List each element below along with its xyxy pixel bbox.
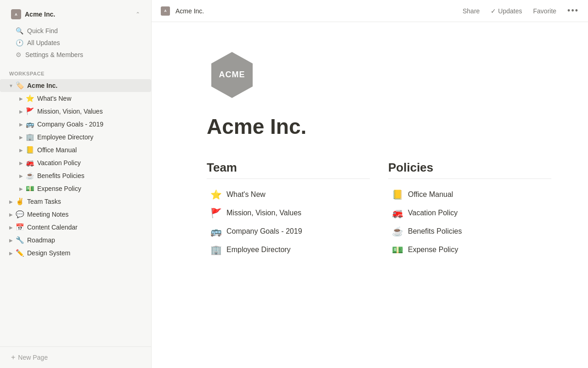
- tree-label-roadmap: Roadmap: [27, 236, 147, 244]
- vacation-policy-emoji: 🚒: [392, 207, 403, 218]
- policies-item-expense-policy[interactable]: 💵 Expense Policy: [388, 242, 551, 258]
- policies-item-office-manual[interactable]: 📒 Office Manual: [388, 186, 551, 203]
- arrow-content-calendar: ▶: [6, 223, 16, 232]
- topbar-actions: Share ✓ Updates Favorite •••: [459, 6, 579, 17]
- more-button[interactable]: •••: [567, 6, 579, 16]
- new-page-label: New Page: [18, 354, 48, 361]
- policies-section-title: Policies: [388, 161, 551, 179]
- tree-item-employee-directory[interactable]: ▶ 🏢 Employee Directory: [0, 131, 151, 144]
- vacation-policy-label: Vacation Policy: [408, 209, 458, 217]
- root-emoji: 🏷️: [16, 81, 24, 90]
- gear-icon: ⚙: [16, 51, 22, 58]
- quick-find-label: Quick Find: [27, 27, 58, 34]
- tree-item-acme-root[interactable]: ▼ 🏷️ Acme Inc.: [0, 79, 151, 92]
- content-grid: Team ⭐ What's New 🚩 Mission, Vision, Val…: [207, 161, 551, 258]
- team-item-mission[interactable]: 🚩 Mission, Vision, Values: [207, 205, 370, 221]
- policies-item-vacation-policy[interactable]: 🚒 Vacation Policy: [388, 205, 551, 221]
- arrow-office-manual: ▶: [17, 145, 26, 155]
- content-area: ACME Acme Inc. Team ⭐ What's New 🚩 Missi…: [152, 22, 588, 368]
- search-icon: 🔍: [16, 27, 23, 34]
- workspace-header[interactable]: A Acme Inc. ⌃: [6, 6, 145, 23]
- tree-label-office-manual: Office Manual: [37, 146, 147, 154]
- workspace-logo: A: [11, 9, 21, 19]
- tree-area: ▼ 🏷️ Acme Inc. ▶ ⭐ What's New ▶ 🚩 Missio…: [0, 78, 151, 346]
- arrow-roadmap: ▶: [6, 236, 16, 245]
- benefits-emoji: ☕: [392, 226, 403, 237]
- acme-logo-svg: ACME: [207, 50, 257, 100]
- tree-label-employee-directory: Employee Directory: [37, 133, 147, 141]
- team-section: Team ⭐ What's New 🚩 Mission, Vision, Val…: [207, 161, 370, 258]
- workspace-section-label: WORKSPACE: [0, 65, 151, 78]
- workspace-name: Acme Inc.: [25, 11, 136, 18]
- chevron-icon: ⌃: [136, 11, 140, 17]
- benefits-label: Benefits Policies: [408, 227, 462, 236]
- mission-label: Mission, Vision, Values: [226, 209, 301, 217]
- policies-item-benefits[interactable]: ☕ Benefits Policies: [388, 223, 551, 240]
- favorite-button[interactable]: Favorite: [530, 6, 560, 17]
- arrow-vacation-policy: ▶: [17, 158, 26, 167]
- sidebar-nav: 🔍 Quick Find 🕐 All Updates ⚙ Settings & …: [6, 23, 145, 63]
- tree-item-roadmap[interactable]: ▶ 🔧 Roadmap: [0, 234, 151, 247]
- clock-icon: 🕐: [16, 39, 23, 46]
- tree-item-expense-policy[interactable]: ▶ 💵 Expense Policy: [0, 182, 151, 195]
- tree-item-vacation-policy[interactable]: ▶ 🚒 Vacation Policy: [0, 156, 151, 169]
- expense-policy-emoji: 💵: [392, 244, 403, 255]
- team-section-title: Team: [207, 161, 370, 179]
- tree-children: ▶ ⭐ What's New ▶ 🚩 Mission, Vision, Valu…: [0, 92, 151, 195]
- tree-item-meeting-notes[interactable]: ▶ 💬 Meeting Notes: [0, 208, 151, 221]
- tree-label-meeting-notes: Meeting Notes: [27, 211, 147, 218]
- tree-label-content-calendar: Content Calendar: [27, 224, 147, 231]
- arrow-team-tasks: ▶: [6, 197, 16, 206]
- sidebar-top: A Acme Inc. ⌃ 🔍 Quick Find 🕐 All Updates…: [0, 0, 151, 65]
- tree-item-team-tasks[interactable]: ▶ ✌ Team Tasks: [0, 195, 151, 208]
- arrow-mission: ▶: [17, 107, 26, 116]
- updates-label: Updates: [498, 7, 522, 15]
- arrow-design-system: ▶: [6, 248, 16, 258]
- main-panel: A Acme Inc. Share ✓ Updates Favorite •••…: [152, 0, 588, 368]
- tree-label-team-tasks: Team Tasks: [27, 198, 147, 205]
- tree-label-benefits: Benefits Policies: [37, 172, 147, 179]
- whats-new-emoji: ⭐: [210, 189, 222, 200]
- tree-item-office-manual[interactable]: ▶ 📒 Office Manual: [0, 144, 151, 156]
- tree-item-content-calendar[interactable]: ▶ 📅 Content Calendar: [0, 221, 151, 234]
- arrow-whats-new: ▶: [17, 94, 26, 103]
- company-goals-label: Company Goals - 2019: [226, 227, 302, 236]
- tree-item-mission[interactable]: ▶ 🚩 Mission, Vision, Values: [0, 105, 151, 118]
- tree-label-design-system: Design System: [27, 249, 147, 257]
- team-item-employee-directory[interactable]: 🏢 Employee Directory: [207, 242, 370, 258]
- arrow-company-goals: ▶: [17, 120, 26, 129]
- arrow-benefits: ▶: [17, 171, 26, 180]
- employee-directory-emoji: 🏢: [210, 244, 222, 255]
- sidebar-item-all-updates[interactable]: 🕐 All Updates: [11, 37, 140, 49]
- tree-item-design-system[interactable]: ▶ ✏️ Design System: [0, 247, 151, 259]
- team-item-whats-new[interactable]: ⭐ What's New: [207, 186, 370, 203]
- tree-item-whats-new[interactable]: ▶ ⭐ What's New: [0, 92, 151, 105]
- mission-emoji: 🚩: [210, 207, 222, 218]
- policies-list: 📒 Office Manual 🚒 Vacation Policy ☕ Bene…: [388, 186, 551, 258]
- new-page-button[interactable]: + New Page: [6, 351, 145, 364]
- all-updates-label: All Updates: [27, 39, 60, 46]
- company-goals-emoji: 🚌: [210, 226, 222, 237]
- team-list: ⭐ What's New 🚩 Mission, Vision, Values 🚌…: [207, 186, 370, 258]
- plus-icon: +: [11, 353, 15, 362]
- share-button[interactable]: Share: [459, 6, 483, 17]
- svg-text:ACME: ACME: [219, 70, 245, 79]
- topbar-title: Acme Inc.: [175, 7, 453, 15]
- tree-item-company-goals[interactable]: ▶ 🚌 Company Goals - 2019: [0, 118, 151, 131]
- employee-directory-label: Employee Directory: [226, 246, 291, 254]
- updates-button[interactable]: ✓ Updates: [491, 7, 522, 15]
- expense-policy-label: Expense Policy: [408, 246, 458, 254]
- tree-label-expense-policy: Expense Policy: [37, 185, 147, 192]
- topbar: A Acme Inc. Share ✓ Updates Favorite •••: [152, 0, 588, 22]
- policies-section: Policies 📒 Office Manual 🚒 Vacation Poli…: [388, 161, 551, 258]
- team-item-company-goals[interactable]: 🚌 Company Goals - 2019: [207, 223, 370, 240]
- sidebar-item-settings[interactable]: ⚙ Settings & Members: [11, 49, 140, 61]
- tree-label-mission: Mission, Vision, Values: [37, 108, 147, 115]
- arrow-meeting-notes: ▶: [6, 210, 16, 219]
- arrow-expense-policy: ▶: [17, 184, 26, 193]
- sidebar-item-quick-find[interactable]: 🔍 Quick Find: [11, 25, 140, 37]
- tree-item-benefits[interactable]: ▶ ☕ Benefits Policies: [0, 169, 151, 182]
- tree-label-whats-new: What's New: [37, 95, 147, 102]
- tree-label-company-goals: Company Goals - 2019: [37, 121, 147, 128]
- check-icon: ✓: [491, 7, 496, 15]
